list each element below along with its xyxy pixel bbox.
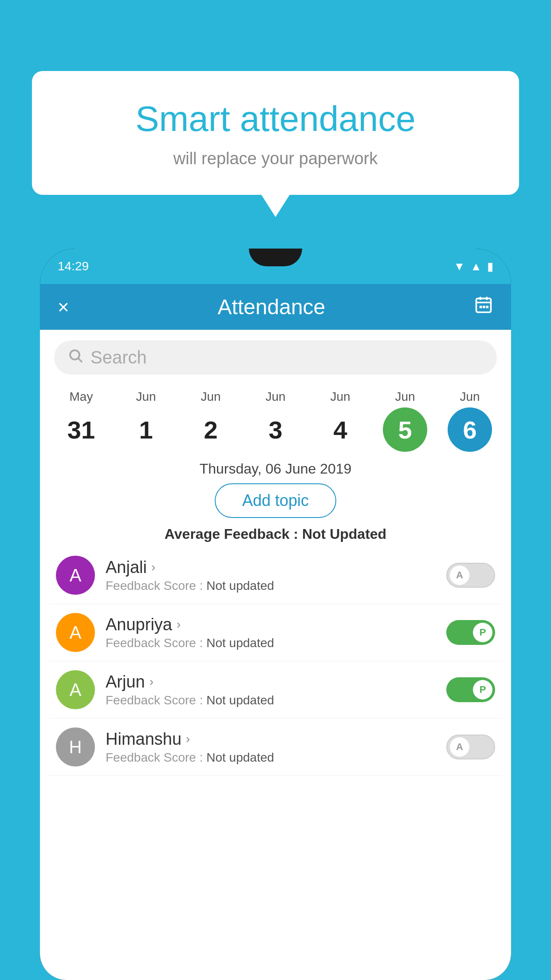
cal-month-5: Jun: [395, 390, 415, 404]
student-info-1: Anupriya ›Feedback Score : Not updated: [106, 615, 446, 650]
notch: [249, 249, 302, 266]
calendar-day-4[interactable]: Jun4: [311, 390, 369, 452]
attendance-toggle-2[interactable]: P: [446, 677, 495, 702]
signal-icon: ▲: [470, 260, 482, 273]
cal-month-4: Jun: [330, 390, 350, 404]
speech-bubble: Smart attendance will replace your paper…: [32, 71, 519, 195]
cal-month-6: Jun: [460, 390, 480, 404]
cal-num-3: 3: [253, 407, 298, 452]
add-topic-button[interactable]: Add topic: [215, 483, 336, 518]
student-info-3: Himanshu ›Feedback Score : Not updated: [106, 730, 446, 765]
toggle-knob-1: P: [473, 623, 492, 642]
calendar-strip: May31Jun1Jun2Jun3Jun4Jun5Jun6: [40, 385, 511, 452]
chevron-icon-3: ›: [186, 732, 190, 746]
cal-num-2: 2: [189, 407, 233, 452]
svg-rect-5: [483, 306, 485, 308]
avatar-1: A: [56, 613, 95, 652]
student-list: AAnjali ›Feedback Score : Not updatedAAA…: [40, 547, 511, 776]
avg-feedback-label: Average Feedback :: [165, 526, 302, 542]
toggle-knob-2: P: [473, 680, 492, 699]
toggle-knob-3: A: [450, 737, 469, 757]
selected-date: Thursday, 06 June 2019: [40, 461, 511, 477]
student-name-1: Anupriya ›: [106, 615, 446, 634]
chevron-icon-0: ›: [151, 560, 155, 574]
status-icons: ▼ ▲ ▮: [454, 260, 493, 273]
attendance-toggle-1[interactable]: P: [446, 620, 495, 645]
chevron-icon-1: ›: [177, 617, 181, 632]
phone-frame: 14:29 ▼ ▲ ▮ × Attendance: [40, 249, 511, 980]
svg-rect-4: [480, 306, 482, 308]
student-info-0: Anjali ›Feedback Score : Not updated: [106, 558, 446, 593]
chevron-icon-2: ›: [150, 675, 153, 689]
status-bar: 14:29 ▼ ▲ ▮: [40, 249, 511, 284]
search-icon: [67, 348, 83, 368]
avatar-3: H: [56, 727, 95, 767]
bubble-title: Smart attendance: [67, 98, 484, 140]
avatar-0: A: [56, 556, 95, 595]
student-item-3[interactable]: HHimanshu ›Feedback Score : Not updatedA: [49, 719, 502, 776]
search-input[interactable]: Search: [91, 348, 147, 368]
student-feedback-3: Feedback Score : Not updated: [106, 751, 446, 765]
cal-month-1: Jun: [136, 390, 156, 404]
header-title: Attendance: [217, 295, 325, 319]
svg-rect-6: [486, 306, 489, 308]
calendar-day-2[interactable]: Jun2: [182, 390, 240, 452]
avg-feedback-value: Not Updated: [302, 526, 386, 542]
attendance-toggle-3[interactable]: A: [446, 735, 495, 759]
student-item-0[interactable]: AAnjali ›Feedback Score : Not updatedA: [49, 547, 502, 604]
close-button[interactable]: ×: [58, 296, 69, 318]
student-feedback-2: Feedback Score : Not updated: [106, 693, 446, 707]
bubble-subtitle: will replace your paperwork: [67, 149, 484, 168]
phone-screen: × Attendance: [40, 284, 511, 980]
svg-line-8: [79, 359, 82, 362]
attendance-toggle-0[interactable]: A: [446, 563, 495, 588]
wifi-icon: ▼: [454, 260, 465, 273]
student-info-2: Arjun ›Feedback Score : Not updated: [106, 672, 446, 707]
cal-month-0: May: [70, 390, 93, 404]
toggle-knob-0: A: [450, 565, 469, 585]
calendar-day-6[interactable]: Jun6: [441, 390, 499, 452]
calendar-day-5[interactable]: Jun5: [376, 390, 434, 452]
cal-month-3: Jun: [265, 390, 285, 404]
calendar-day-1[interactable]: Jun1: [117, 390, 175, 452]
calendar-icon[interactable]: [474, 295, 493, 319]
student-name-0: Anjali ›: [106, 558, 446, 577]
average-feedback: Average Feedback : Not Updated: [40, 526, 511, 542]
avatar-2: A: [56, 670, 95, 709]
cal-num-1: 1: [124, 407, 168, 452]
student-name-3: Himanshu ›: [106, 730, 446, 749]
student-item-1[interactable]: AAnupriya ›Feedback Score : Not updatedP: [49, 604, 502, 661]
search-bar[interactable]: Search: [54, 340, 497, 375]
cal-num-4: 4: [318, 407, 362, 452]
cal-month-2: Jun: [201, 390, 220, 404]
cal-num-0: 31: [59, 407, 103, 452]
cal-num-6: 6: [448, 407, 492, 452]
battery-icon: ▮: [487, 260, 493, 273]
student-name-2: Arjun ›: [106, 672, 446, 692]
svg-rect-0: [476, 298, 491, 312]
calendar-day-3[interactable]: Jun3: [247, 390, 304, 452]
cal-num-5: 5: [383, 407, 427, 452]
svg-point-7: [70, 350, 79, 360]
student-feedback-0: Feedback Score : Not updated: [106, 579, 446, 593]
app-header: × Attendance: [40, 284, 511, 330]
student-feedback-1: Feedback Score : Not updated: [106, 636, 446, 650]
calendar-day-0[interactable]: May31: [52, 390, 110, 452]
status-time: 14:29: [58, 259, 89, 273]
student-item-2[interactable]: AArjun ›Feedback Score : Not updatedP: [49, 661, 502, 719]
